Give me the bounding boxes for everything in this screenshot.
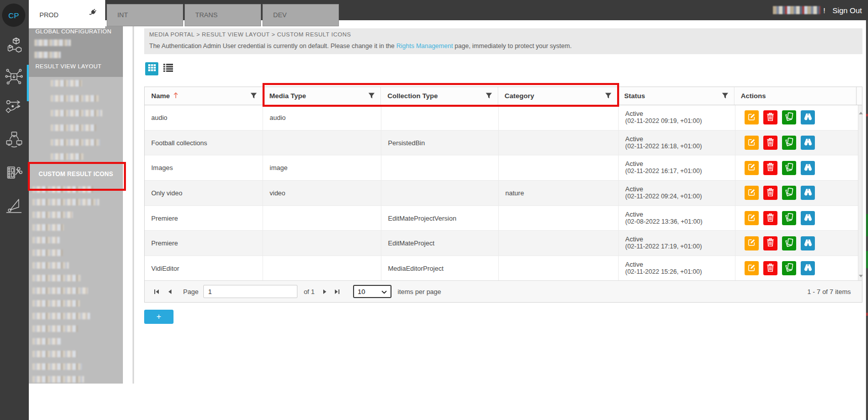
tab-prod[interactable]: PROD bbox=[29, 0, 105, 28]
column-header-status[interactable]: Status bbox=[618, 87, 734, 105]
copy-button[interactable] bbox=[782, 186, 796, 200]
sidebar-item-redacted[interactable] bbox=[34, 39, 71, 46]
sidebar-item-redacted[interactable] bbox=[32, 199, 99, 205]
application-window: CP PRODINTTRANSDEV ! Sign Out GLOBAL CON… bbox=[0, 0, 868, 420]
sidebar-item-redacted[interactable] bbox=[32, 376, 84, 383]
sidebar-item-redacted[interactable] bbox=[51, 139, 100, 146]
app-logo[interactable]: CP bbox=[2, 4, 25, 27]
sidebar-item-redacted[interactable] bbox=[51, 95, 99, 102]
first-page-button[interactable] bbox=[154, 289, 159, 295]
sidebar-item-redacted[interactable] bbox=[32, 338, 61, 345]
edit-button[interactable] bbox=[745, 186, 759, 200]
sidebar-item-redacted[interactable] bbox=[32, 212, 73, 218]
sidebar-item-redacted[interactable] bbox=[34, 52, 61, 58]
filter-icon[interactable] bbox=[605, 93, 612, 100]
page-size-select[interactable]: 10 bbox=[353, 285, 392, 298]
list-view-button[interactable] bbox=[162, 64, 173, 74]
copy-button[interactable] bbox=[782, 110, 796, 124]
sidebar-item-redacted[interactable] bbox=[32, 275, 81, 281]
delete-button[interactable] bbox=[763, 161, 777, 175]
filter-icon[interactable] bbox=[368, 93, 375, 100]
copy-button[interactable] bbox=[782, 211, 796, 225]
name-cell: Football collections bbox=[145, 131, 263, 155]
sidebar-item-redacted[interactable] bbox=[32, 237, 60, 243]
sidebar-item-redacted[interactable] bbox=[51, 110, 102, 116]
delete-button[interactable] bbox=[763, 186, 777, 200]
tab-trans[interactable]: TRANS bbox=[185, 4, 261, 26]
edit-button[interactable] bbox=[745, 161, 759, 175]
sidebar-item-redacted[interactable] bbox=[51, 153, 83, 160]
filter-icon[interactable] bbox=[250, 93, 257, 100]
scroll-up-icon[interactable] bbox=[858, 107, 863, 116]
column-header-label: Media Type bbox=[270, 92, 307, 100]
sign-out-button[interactable]: Sign Out bbox=[833, 6, 862, 15]
sidebar-item-redacted[interactable] bbox=[32, 300, 80, 307]
search-button[interactable] bbox=[801, 110, 815, 124]
rights-management-link[interactable]: Rights Management bbox=[396, 43, 453, 50]
edit-button[interactable] bbox=[745, 110, 759, 124]
table-row: Football collectionsPersistedBinActive(0… bbox=[145, 131, 858, 156]
sidebar-item-custom-result-icons[interactable]: CUSTOM RESULT ICONS bbox=[29, 167, 123, 181]
status-cell: Active(02-11-2022 17:19, +01:00) bbox=[619, 231, 735, 256]
status-value: Active bbox=[625, 135, 735, 143]
sidebar-item-redacted[interactable] bbox=[32, 351, 77, 357]
edit-button[interactable] bbox=[745, 211, 759, 225]
metadata-hub-icon[interactable] bbox=[5, 68, 23, 86]
next-page-button[interactable] bbox=[323, 289, 327, 295]
search-button[interactable] bbox=[801, 261, 815, 275]
environment-tabs: PRODINTTRANSDEV bbox=[29, 0, 339, 28]
workflow-icon[interactable] bbox=[5, 98, 23, 116]
search-button[interactable] bbox=[801, 236, 815, 250]
last-page-button[interactable] bbox=[334, 289, 340, 295]
screen-edge-strip bbox=[866, 20, 868, 420]
column-header-actions[interactable]: Actions bbox=[734, 87, 856, 105]
column-header-category[interactable]: Category bbox=[498, 87, 618, 105]
vector-tools-icon[interactable] bbox=[5, 196, 23, 215]
column-header-media-type[interactable]: Media Type bbox=[263, 87, 381, 105]
table-scrollbar[interactable] bbox=[858, 105, 862, 281]
sidebar-item-redacted[interactable] bbox=[32, 249, 63, 256]
media-editing-icon[interactable] bbox=[5, 163, 23, 182]
delete-button[interactable] bbox=[763, 110, 777, 124]
edit-button[interactable] bbox=[745, 136, 759, 150]
edit-button[interactable] bbox=[745, 261, 759, 275]
delete-button[interactable] bbox=[763, 136, 777, 150]
page-number-input[interactable] bbox=[203, 285, 297, 298]
sidebar-item-redacted[interactable] bbox=[32, 313, 90, 319]
delete-button[interactable] bbox=[763, 261, 777, 275]
tab-label: DEV bbox=[273, 11, 287, 19]
sidebar-item-redacted[interactable] bbox=[32, 325, 78, 332]
copy-button[interactable] bbox=[782, 161, 796, 175]
sidebar-item-redacted[interactable] bbox=[32, 186, 93, 193]
sidebar-item-redacted[interactable] bbox=[51, 124, 96, 131]
grid-view-button[interactable] bbox=[145, 62, 158, 75]
prev-page-button[interactable] bbox=[167, 289, 172, 295]
filter-icon[interactable] bbox=[486, 93, 492, 100]
collection-type-cell bbox=[381, 181, 499, 205]
copy-button[interactable] bbox=[782, 236, 796, 250]
tab-dev[interactable]: DEV bbox=[263, 4, 339, 26]
assets-cubes-icon[interactable] bbox=[5, 36, 23, 55]
delete-button[interactable] bbox=[763, 236, 777, 250]
sidebar-item-redacted[interactable] bbox=[32, 363, 82, 370]
sidebar-item-redacted[interactable] bbox=[32, 287, 88, 294]
sidebar-item-redacted[interactable] bbox=[32, 224, 64, 231]
search-button[interactable] bbox=[801, 186, 815, 200]
column-header-collection-type[interactable]: Collection Type bbox=[381, 87, 498, 105]
delete-button[interactable] bbox=[763, 211, 777, 225]
copy-button[interactable] bbox=[782, 261, 796, 275]
sidebar-item-redacted[interactable] bbox=[51, 80, 82, 87]
scroll-down-icon[interactable] bbox=[858, 270, 863, 279]
collaboration-screens-icon[interactable] bbox=[5, 131, 23, 149]
sort-ascending-icon bbox=[173, 93, 178, 100]
tab-int[interactable]: INT bbox=[107, 4, 183, 26]
copy-button[interactable] bbox=[782, 136, 796, 150]
search-button[interactable] bbox=[801, 211, 815, 225]
search-button[interactable] bbox=[801, 136, 815, 150]
search-button[interactable] bbox=[801, 161, 815, 175]
column-header-name[interactable]: Name bbox=[145, 87, 263, 105]
edit-button[interactable] bbox=[745, 236, 759, 250]
sidebar-item-redacted[interactable] bbox=[32, 262, 69, 269]
filter-icon[interactable] bbox=[722, 93, 728, 100]
add-custom-icon-button[interactable]: + bbox=[144, 310, 173, 324]
